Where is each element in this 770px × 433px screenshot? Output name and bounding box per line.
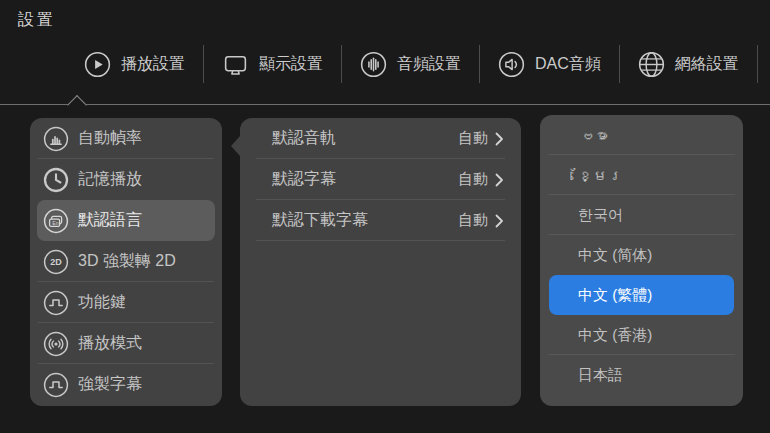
pulse-wave-icon	[43, 290, 69, 316]
menu-item-forced-subtitle[interactable]: 強製字幕	[30, 364, 222, 405]
menu-item-default-language[interactable]: En 默認語言	[37, 200, 215, 241]
panel-pointer-notch	[231, 136, 240, 156]
setting-label: 默認字幕	[272, 169, 336, 190]
language-option-label: 中文 (繁體)	[578, 286, 652, 305]
default-language-submenu-panel: 默認音軌 自動 默認字幕 自動 默認下載字幕 自動	[240, 118, 521, 406]
framerate-chart-icon	[43, 126, 69, 152]
language-option-chinese-simplified[interactable]: 中文 (简体)	[540, 235, 743, 275]
chevron-right-icon	[495, 173, 504, 187]
language-option-chinese-hongkong[interactable]: 中文 (香港)	[540, 315, 743, 355]
setting-value: 自動	[458, 170, 488, 189]
menu-item-label: 功能鍵	[78, 292, 126, 313]
menu-item-label: 播放模式	[78, 333, 142, 354]
2d-icon-text: 2D	[50, 257, 62, 267]
setting-row-default-download-subtitle[interactable]: 默認下載字幕 自動	[240, 200, 521, 241]
tab-separator	[479, 45, 480, 83]
menu-item-label: 自動幀率	[78, 128, 142, 149]
setting-row-default-audio-track[interactable]: 默認音軌 自動	[240, 118, 521, 159]
menu-item-auto-framerate[interactable]: 自動幀率	[30, 118, 222, 159]
clock-icon	[43, 167, 69, 193]
2d-badge-icon: 2D	[43, 249, 69, 275]
language-option-label: 中文 (香港)	[578, 326, 652, 345]
tab-separator	[341, 45, 342, 83]
language-option-burmese[interactable]: ဗမာ	[540, 115, 743, 155]
setting-label: 默認音軌	[272, 128, 336, 149]
settings-tabbar: 播放設置 顯示設置	[84, 45, 770, 83]
language-cards-icon: En	[43, 208, 69, 234]
tab-separator	[203, 45, 204, 83]
broadcast-icon	[43, 331, 69, 357]
language-option-japanese[interactable]: 日本語	[540, 355, 743, 395]
setting-value: 自動	[458, 129, 488, 148]
language-option-label: ဗမာ	[578, 127, 608, 144]
speaker-circle-icon	[498, 51, 525, 78]
tab-audio-settings[interactable]: 音頻設置	[360, 51, 461, 78]
language-icon-text: En	[52, 219, 58, 225]
playback-settings-menu-panel: 自動幀率 記憶播放 En 默認語言	[30, 118, 222, 406]
tab-label: 網絡設置	[675, 54, 739, 75]
equalizer-circle-icon	[360, 51, 387, 78]
tab-label: 顯示設置	[259, 54, 323, 75]
language-options-panel: ဗမာ ខ្មែរ 한국어 中文 (简体) 中文 (繁體) 中文 (香港) 日本…	[540, 115, 743, 406]
tab-label: 播放設置	[121, 54, 185, 75]
menu-item-label: 3D 強製轉 2D	[78, 251, 176, 272]
language-option-chinese-traditional[interactable]: 中文 (繁體)	[549, 275, 734, 315]
chevron-right-icon	[495, 214, 504, 228]
menu-item-function-key[interactable]: 功能鍵	[30, 282, 222, 323]
tab-network-settings[interactable]: 網絡設置	[638, 51, 739, 78]
language-option-label: ខ្មែរ	[578, 167, 623, 184]
monitor-icon	[222, 51, 249, 78]
tab-label: DAC音頻	[535, 54, 601, 75]
tab-separator	[757, 45, 758, 83]
language-option-label: 日本語	[578, 366, 623, 385]
menu-item-resume-playback[interactable]: 記憶播放	[30, 159, 222, 200]
play-circle-icon	[84, 51, 111, 78]
pulse-wave-icon	[43, 372, 69, 398]
language-option-label: 中文 (简体)	[578, 246, 652, 265]
chevron-right-icon	[495, 132, 504, 146]
language-option-khmer[interactable]: ខ្មែរ	[540, 155, 743, 195]
menu-item-label: 強製字幕	[78, 374, 142, 395]
tab-display-settings[interactable]: 顯示設置	[222, 51, 323, 78]
tab-separator	[619, 45, 620, 83]
menu-item-playback-mode[interactable]: 播放模式	[30, 323, 222, 364]
language-option-korean[interactable]: 한국어	[540, 195, 743, 235]
setting-label: 默認下載字幕	[272, 210, 368, 231]
tab-label: 音頻設置	[397, 54, 461, 75]
language-option-label: 한국어	[578, 206, 623, 225]
menu-item-label: 默認語言	[78, 210, 142, 231]
page-title: 設置	[18, 10, 56, 31]
settings-screen: 設置 播放設置 顯示設置	[0, 0, 770, 433]
setting-row-default-subtitle[interactable]: 默認字幕 自動	[240, 159, 521, 200]
globe-icon	[638, 51, 665, 78]
menu-item-3d-to-2d[interactable]: 2D 3D 強製轉 2D	[30, 241, 222, 282]
tabbar-divider-line	[0, 104, 770, 105]
selected-tab-caret	[67, 95, 87, 115]
menu-item-label: 記憶播放	[78, 169, 142, 190]
tab-playback-settings[interactable]: 播放設置	[84, 51, 185, 78]
setting-value: 自動	[458, 211, 488, 230]
tab-dac-audio[interactable]: DAC音頻	[498, 51, 601, 78]
